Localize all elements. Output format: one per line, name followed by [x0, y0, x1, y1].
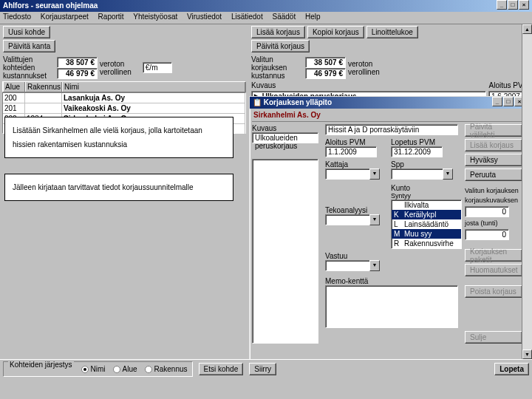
- bottom-panel: Kohteiden järjestys Nimi Alue Rakennus E…: [0, 359, 532, 389]
- kustannus-verollinen: 46 979 €: [57, 68, 98, 79]
- col-nimi: Nimi: [62, 82, 245, 92]
- bottom-title: Kohteiden järjestys: [8, 361, 74, 369]
- valkor-label1: Valitun korjauksen: [251, 55, 303, 72]
- callout-1: Lisätään Sirkanhelmen alle vielä korjaus…: [4, 117, 233, 158]
- dlg-teko-combo[interactable]: ▼: [325, 214, 380, 225]
- kustannus-veroton: 38 507 €: [57, 57, 98, 68]
- chevron-down-icon[interactable]: ▼: [443, 168, 453, 180]
- dlg-aloitus-field[interactable]: 1.1.2009: [325, 146, 377, 157]
- dlg-left-list[interactable]: [252, 159, 318, 344]
- veroton-label: veroton: [100, 60, 132, 68]
- dlg-maximize-button[interactable]: □: [503, 97, 514, 106]
- lisaa-korjaus-button[interactable]: Lisää korjaus: [251, 26, 305, 38]
- dlg-poista-button[interactable]: Poista korjaus: [465, 285, 522, 298]
- callout-2-text: Jälleen kirjataan tarvittavat tiedot kor…: [13, 183, 194, 191]
- verollinen-label: verollinen: [100, 68, 132, 76]
- verollinen-label2: verollinen: [348, 68, 380, 76]
- menubar: Tiedosto Korjaustarpeet Raportit Yhteist…: [0, 12, 532, 24]
- dlg-kunto-label: Kunto: [391, 184, 462, 192]
- dlg-sulje-button[interactable]: Sulje: [465, 331, 522, 344]
- menu-lisatiedot[interactable]: Lisätiedot: [231, 13, 263, 21]
- valkor-veroton: 38 507 €: [305, 57, 346, 68]
- dlg-kuvaus-label: Kuvaus: [252, 124, 322, 132]
- chevron-down-icon[interactable]: ▼: [369, 260, 380, 271]
- korjauksen-yllapito-dialog: 📋 Korjauksen ylläpito _ □ × Sirkanhelmi …: [249, 96, 528, 362]
- dlg-syntyy-label: Syntyy: [391, 192, 462, 200]
- vscroll[interactable]: ▲ ▼: [522, 24, 532, 359]
- scroll-down-icon[interactable]: ▼: [522, 349, 532, 359]
- radio-nimi[interactable]: Nimi: [81, 365, 106, 373]
- linoittelukoe-button[interactable]: Linoittelukoe: [366, 26, 418, 38]
- minimize-button[interactable]: _: [497, 0, 507, 10]
- menu-virustiedot[interactable]: Virustiedot: [187, 13, 222, 21]
- kustannukset-label1: Valittujen kohteiden: [3, 55, 55, 72]
- dlg-spp-combo[interactable]: ▼: [391, 168, 453, 180]
- kopioi-korjaus-button[interactable]: Kopioi korjaus: [307, 26, 364, 38]
- menu-tiedosto[interactable]: Tiedosto: [3, 13, 31, 21]
- uusi-kohde-button[interactable]: Uusi kohde: [3, 26, 50, 38]
- menu-saadot[interactable]: Säädöt: [273, 13, 296, 21]
- main-titlebar: Ahlfors - seuraan ohjelmaa _ □ ×: [0, 0, 532, 12]
- dlg-kuvaus-field[interactable]: Ulkoalueiden peruskorjaus: [252, 132, 318, 143]
- paivita-korjaus-button[interactable]: Päivitä korjaus: [251, 40, 310, 52]
- list-item[interactable]: LLainsäädäntö: [392, 219, 461, 229]
- valkor-verollinen: 46 979 €: [305, 68, 346, 79]
- valkor-label2: kustannus: [251, 72, 303, 80]
- menu-yhteistyoosat[interactable]: Yhteistyöosat: [133, 13, 177, 21]
- dlg-syy-list[interactable]: Ilkivalta KKeräilykpl LLainsäädäntö MMuu…: [391, 200, 462, 249]
- scroll-up-icon[interactable]: ▲: [522, 24, 532, 34]
- dlg-kattaja-combo[interactable]: ▼: [325, 168, 380, 180]
- dlg-teko-label: Tekoanalyysi: [325, 206, 389, 214]
- dlg-hyvaksy-button[interactable]: Hyväksy: [465, 154, 522, 166]
- kustannukset-label2: kustannukset: [3, 72, 55, 80]
- menu-raportit[interactable]: Raportit: [98, 13, 124, 21]
- paivita-kanta-button[interactable]: Päivitä kanta: [3, 40, 55, 52]
- list-item[interactable]: MMuu syy: [392, 229, 461, 239]
- rightcol-label2: korjauskuvauksen: [465, 197, 523, 204]
- dlg-memo-label: Memo-kenttä: [325, 277, 463, 285]
- dlg-spp-label: Spp: [391, 160, 453, 168]
- veroton-label2: veroton: [348, 60, 380, 68]
- dlg-lisaa-button[interactable]: Lisää korjaus: [465, 139, 522, 151]
- dlg-vastuu-label: Vastuu: [325, 252, 389, 260]
- dlg-memo-textarea[interactable]: [325, 285, 458, 328]
- dialog-site: Sirkanhelmi As. Oy: [250, 109, 528, 121]
- dlg-lopetus-label: Lopetus PVM: [391, 138, 443, 146]
- sites-grid-header: Alue Rakennus Nimi: [2, 81, 246, 92]
- dlg-paivita-button[interactable]: Päivitä välilehti: [465, 124, 522, 137]
- dlg-hissit-field[interactable]: Hissit A ja D porraskäytäviin: [325, 124, 458, 135]
- lopeta-button[interactable]: Lopeta: [494, 363, 529, 375]
- list-item[interactable]: KKeräilykpl: [392, 210, 461, 219]
- chevron-down-icon[interactable]: ▼: [369, 214, 380, 225]
- kuvaus-label: Kuvaus: [251, 81, 276, 89]
- siirry-button[interactable]: Siirry: [249, 363, 276, 375]
- radio-rakennus[interactable]: Rakennus: [145, 365, 188, 373]
- callout-2: Jälleen kirjataan tarvittavat tiedot kor…: [4, 174, 233, 201]
- col-alue: Alue: [3, 82, 25, 92]
- list-item[interactable]: Ilkivalta: [392, 200, 461, 210]
- dlg-aloitus-label: Aloitus PVM: [325, 138, 389, 146]
- menu-korjaustarpeet[interactable]: Korjaustarpeet: [41, 13, 89, 21]
- dlg-peruuta-button[interactable]: Peruuta: [465, 168, 522, 181]
- radio-alue[interactable]: Alue: [113, 365, 137, 373]
- dialog-titlebar: 📋 Korjauksen ylläpito _ □ ×: [250, 97, 528, 109]
- dlg-kattaja-label: Kattaja: [325, 160, 389, 168]
- table-row[interactable]: 201Vaikeakoski As. Oy: [3, 103, 245, 114]
- etsi-kohde-button[interactable]: Etsi kohde: [199, 363, 244, 375]
- dialog-title: Korjauksen ylläpito: [264, 98, 332, 106]
- dlg-huom-button[interactable]: Huomautukset: [465, 264, 522, 276]
- menu-help[interactable]: Help: [305, 13, 321, 21]
- window-controls: _ □ ×: [497, 0, 529, 12]
- dlg-paketit-button[interactable]: Korjauksen paketit: [465, 249, 522, 262]
- dlg-minimize-button[interactable]: _: [492, 97, 502, 106]
- close-button[interactable]: ×: [519, 0, 529, 10]
- callout-1-text: Lisätään Sirkanhelmen alle vielä korjaus…: [13, 126, 202, 149]
- rightcol-label1: Valitun korjauksen: [465, 187, 523, 194]
- main-title: Ahlfors - seuraan ohjelmaa: [3, 0, 98, 12]
- dlg-vastuu-combo[interactable]: ▼: [325, 260, 380, 271]
- list-item[interactable]: RRakennusvirhe: [392, 239, 461, 248]
- chevron-down-icon[interactable]: ▼: [369, 168, 380, 180]
- maximize-button[interactable]: □: [508, 0, 518, 10]
- table-row[interactable]: 200Lasankuja As. Oy: [3, 93, 245, 103]
- dlg-lopetus-field[interactable]: 31.12.2009: [391, 146, 443, 157]
